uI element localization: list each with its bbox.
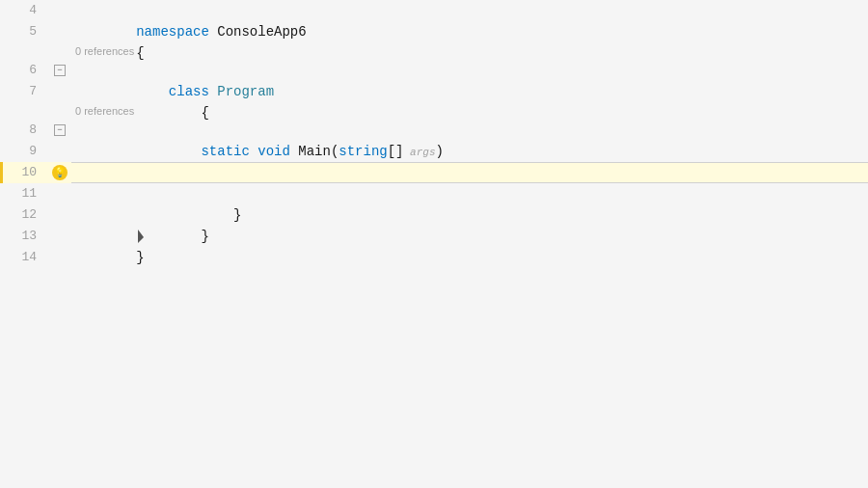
line-number-7: 7 [0, 81, 48, 102]
line-content-9: { [71, 141, 868, 162]
brace-open-ns: { [136, 45, 144, 61]
collapse-method-button[interactable]: − [54, 124, 66, 136]
line-content-4: namespace ConsoleApp6 [71, 0, 868, 21]
gutter-9 [48, 141, 71, 162]
code-line-7: 7 { [0, 81, 868, 102]
lightbulb-icon[interactable]: 💡 [52, 165, 68, 180]
gutter-10[interactable]: 💡 [48, 162, 71, 183]
line-number-9: 9 [0, 141, 48, 162]
gutter-14 [48, 247, 71, 268]
line-content-10[interactable] [71, 162, 868, 183]
code-line-10: 10 💡 [0, 162, 868, 183]
code-line-5: 5 { [0, 21, 868, 42]
line-content-11: } [71, 183, 868, 204]
gutter-12 [48, 204, 71, 226]
line-content-14 [71, 247, 868, 268]
code-line-9: 9 { [0, 141, 868, 162]
line-content-5: { [71, 21, 868, 42]
code-line-12: 12 } [0, 204, 868, 226]
gutter-4 [48, 0, 71, 21]
code-line-4: 4 namespace ConsoleApp6 [0, 0, 868, 21]
gutter-7 [48, 81, 71, 102]
line-number-11: 11 [0, 183, 48, 204]
gutter-13 [48, 226, 71, 247]
line-content-6: class Program [71, 60, 868, 81]
code-line-8: 8 − static void Main(string[] args) [0, 120, 868, 141]
line-content-7: { [71, 81, 868, 102]
brace-open-class: { [136, 105, 209, 121]
line-number-5: 5 [0, 21, 48, 42]
gutter-5 [48, 21, 71, 42]
line-10-border-indicator [0, 162, 3, 183]
gutter-8[interactable]: − [48, 120, 71, 141]
line-number-4: 4 [0, 0, 48, 21]
code-line-13: 13 } [0, 226, 868, 247]
code-line-6: 6 − class Program [0, 60, 868, 81]
line-content-8: static void Main(string[] args) [71, 120, 868, 141]
collapse-class-button[interactable]: − [54, 65, 66, 76]
code-line-14: 14 [0, 247, 868, 268]
code-editor[interactable]: 4 namespace ConsoleApp6 5 { 0 references… [0, 0, 868, 488]
line-content-12: } [71, 204, 868, 226]
gutter-11 [48, 183, 71, 204]
line-number-6: 6 [0, 60, 48, 81]
gutter-6[interactable]: − [48, 60, 71, 81]
line-number-12: 12 [0, 204, 48, 226]
line-number-10: 10 [0, 162, 48, 183]
line-content-13: } [71, 226, 868, 247]
line-number-8: 8 [0, 120, 48, 141]
divider-top [71, 162, 868, 163]
code-line-11: 11 } [0, 183, 868, 204]
line-number-13: 13 [0, 226, 48, 247]
line-number-14: 14 [0, 247, 48, 268]
